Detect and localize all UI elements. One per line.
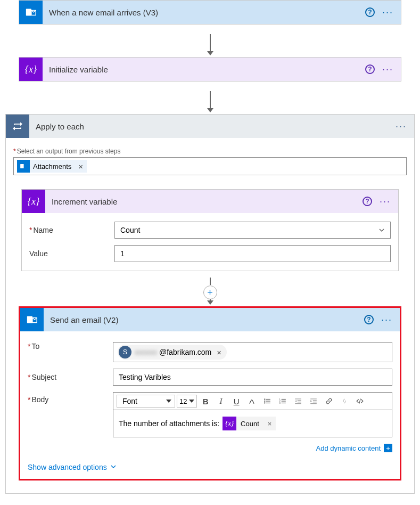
bullet-list-button[interactable]: [260, 395, 274, 408]
init-variable-title: Initialize variable: [43, 65, 365, 74]
add-step-button[interactable]: +: [203, 286, 217, 299]
svg-marker-31: [310, 400, 312, 402]
select-output-label: *Select an output from previous steps: [13, 148, 407, 155]
name-select[interactable]: Count: [114, 222, 391, 239]
svg-rect-29: [313, 402, 317, 402]
svg-marker-4: [207, 108, 213, 112]
outlook-icon: [17, 160, 30, 173]
more-icon[interactable]: ···: [396, 121, 407, 132]
svg-rect-24: [298, 402, 301, 402]
chevron-down-icon: [378, 227, 385, 233]
svg-marker-26: [295, 400, 297, 402]
help-icon[interactable]: ?: [363, 197, 372, 206]
recipient-pill[interactable]: S xxxxxx @fabrikam.com ×: [118, 345, 227, 360]
svg-text:3: 3: [279, 402, 281, 404]
unlink-button[interactable]: [337, 395, 351, 408]
arrow-icon: [3, 82, 417, 114]
increment-variable-header[interactable]: {x} Increment variable ? ···: [22, 190, 398, 213]
svg-rect-0: [26, 9, 31, 16]
svg-rect-27: [310, 398, 317, 399]
send-email-title: Send an email (V2): [44, 315, 364, 324]
increment-variable-title: Increment variable: [45, 197, 363, 206]
subject-input[interactable]: [113, 369, 392, 386]
more-icon[interactable]: ···: [380, 196, 391, 207]
apply-to-each-title: Apply to each: [29, 122, 396, 131]
help-icon[interactable]: ?: [365, 7, 375, 17]
rich-text-toolbar: Font 12 B I U 123: [113, 392, 392, 410]
svg-point-14: [264, 402, 265, 403]
remove-token-icon[interactable]: ×: [75, 162, 87, 171]
svg-marker-8: [207, 300, 213, 305]
svg-rect-17: [282, 401, 286, 401]
increment-variable-card: {x} Increment variable ? ··· *Name Count: [21, 189, 399, 271]
name-label: *Name: [29, 226, 114, 234]
code-view-button[interactable]: [353, 395, 367, 408]
help-icon[interactable]: ?: [365, 64, 375, 74]
more-icon[interactable]: ···: [382, 7, 393, 18]
trigger-card[interactable]: When a new email arrives (V3) ? ···: [19, 0, 401, 25]
loop-icon: [6, 115, 29, 138]
more-icon[interactable]: ···: [381, 314, 392, 325]
svg-rect-22: [295, 398, 301, 399]
svg-rect-18: [282, 403, 286, 403]
outlook-icon: [19, 1, 43, 24]
arrow-icon: [3, 25, 417, 57]
init-variable-card[interactable]: {x} Initialize variable ? ···: [19, 57, 401, 82]
svg-rect-25: [295, 403, 301, 404]
svg-point-12: [264, 401, 265, 402]
attachments-token[interactable]: Attachments ×: [17, 160, 87, 173]
remove-token-icon[interactable]: ×: [263, 420, 276, 428]
remove-recipient-icon[interactable]: ×: [217, 348, 221, 357]
body-editor[interactable]: The number of attachments is: {x} Count …: [113, 410, 392, 437]
apply-to-each-header[interactable]: Apply to each ···: [6, 115, 414, 138]
outlook-icon: [20, 308, 44, 331]
svg-rect-13: [266, 401, 270, 401]
to-label: *To: [28, 342, 113, 351]
outdent-button[interactable]: [291, 395, 305, 408]
value-label: Value: [29, 249, 114, 258]
send-email-card: Send an email (V2) ? ··· *To S: [20, 308, 400, 479]
underline-button[interactable]: U: [229, 395, 243, 408]
recipient-name-blurred: xxxxxx: [133, 348, 159, 356]
svg-rect-15: [266, 403, 270, 403]
svg-rect-9: [27, 316, 32, 323]
value-input[interactable]: [114, 245, 391, 262]
apply-to-each-card: Apply to each ··· *Select an output from…: [5, 114, 415, 494]
variable-icon: {x}: [19, 58, 43, 81]
select-output-input[interactable]: Attachments ×: [13, 157, 407, 175]
bold-button[interactable]: B: [199, 395, 212, 408]
color-button[interactable]: [245, 395, 259, 408]
show-advanced-options-link[interactable]: Show advanced options: [28, 463, 117, 471]
send-email-highlight: Send an email (V2) ? ··· *To S: [19, 306, 401, 480]
avatar: S: [119, 346, 131, 359]
number-list-button[interactable]: 123: [276, 395, 290, 408]
arrow-icon: [13, 271, 407, 287]
indent-button[interactable]: [307, 395, 320, 408]
plus-icon[interactable]: +: [384, 444, 392, 452]
count-variable-token[interactable]: {x} Count ×: [223, 417, 276, 430]
trigger-title: When a new email arrives (V3): [43, 8, 365, 17]
svg-rect-28: [313, 400, 317, 401]
svg-rect-11: [266, 399, 270, 400]
font-size-select[interactable]: 12: [177, 395, 197, 408]
italic-button[interactable]: I: [214, 395, 228, 408]
svg-rect-5: [20, 164, 23, 168]
to-input[interactable]: S xxxxxx @fabrikam.com ×: [113, 342, 392, 362]
help-icon[interactable]: ?: [364, 315, 374, 324]
subject-label: *Subject: [28, 373, 113, 381]
variable-icon: {x}: [223, 417, 236, 430]
more-icon[interactable]: ···: [382, 64, 393, 75]
body-label: *Body: [28, 392, 113, 404]
svg-rect-16: [282, 399, 286, 400]
svg-marker-2: [207, 51, 213, 55]
add-dynamic-content-link[interactable]: Add dynamic content: [316, 444, 381, 452]
send-email-header[interactable]: Send an email (V2) ? ···: [20, 308, 400, 331]
variable-icon: {x}: [22, 190, 45, 213]
chevron-down-icon: [110, 463, 117, 471]
font-select[interactable]: Font: [117, 395, 175, 408]
svg-point-10: [264, 398, 265, 400]
link-button[interactable]: [322, 395, 336, 408]
svg-rect-23: [298, 400, 301, 401]
svg-rect-30: [310, 403, 317, 404]
